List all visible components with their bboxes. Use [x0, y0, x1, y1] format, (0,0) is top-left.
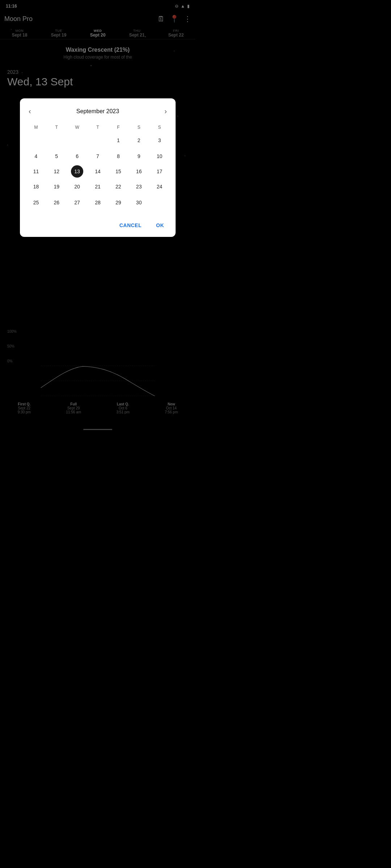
calendar-day-cell[interactable]: 1: [108, 132, 129, 149]
calendar-day-cell: [46, 132, 67, 149]
calendar-day-cell: [26, 132, 46, 149]
day-number[interactable]: 28: [92, 196, 104, 209]
calendar-day-cell[interactable]: 21: [88, 179, 108, 194]
weekday-t2: T: [88, 123, 108, 132]
weekday-m: M: [26, 123, 46, 132]
day-number[interactable]: 8: [112, 150, 125, 162]
calendar-day-cell[interactable]: 11: [26, 164, 46, 179]
calendar-day-cell[interactable]: 19: [46, 179, 67, 194]
calendar-day-cell[interactable]: 10: [149, 149, 170, 164]
calendar-day-cell[interactable]: 14: [88, 164, 108, 179]
calendar-day-cell[interactable]: 24: [149, 179, 170, 194]
day-number[interactable]: 30: [133, 196, 145, 209]
calendar-day-cell[interactable]: 13: [67, 164, 88, 179]
calendar-day-cell[interactable]: 25: [26, 194, 46, 211]
day-number[interactable]: 11: [30, 165, 42, 178]
day-number[interactable]: 22: [112, 180, 125, 193]
day-empty: [154, 196, 166, 208]
day-number[interactable]: 20: [71, 180, 83, 193]
calendar-day-cell[interactable]: 7: [88, 149, 108, 164]
day-number[interactable]: 5: [50, 150, 63, 162]
day-number[interactable]: 4: [30, 150, 42, 162]
day-empty: [30, 133, 42, 146]
calendar-header: ‹ September 2023 ›: [26, 106, 170, 117]
day-number[interactable]: 24: [154, 180, 166, 193]
weekday-w: W: [67, 123, 88, 132]
calendar-grid: M T W T F S S 12345678910111213141516171…: [26, 123, 170, 211]
calendar-week-row: 18192021222324: [26, 179, 170, 194]
calendar-day-cell[interactable]: 27: [67, 194, 88, 211]
calendar-day-cell: [149, 194, 170, 211]
calendar-day-cell[interactable]: 15: [108, 164, 129, 179]
calendar-day-cell[interactable]: 6: [67, 149, 88, 164]
prev-month-button[interactable]: ‹: [26, 106, 34, 117]
weekday-f: F: [108, 123, 129, 132]
calendar-day-cell[interactable]: 28: [88, 194, 108, 211]
day-number[interactable]: 7: [92, 150, 104, 162]
day-number[interactable]: 27: [71, 196, 83, 209]
calendar-day-cell[interactable]: 12: [46, 164, 67, 179]
day-number[interactable]: 26: [50, 196, 63, 209]
calendar-day-cell[interactable]: 17: [149, 164, 170, 179]
day-number[interactable]: 19: [50, 180, 63, 193]
day-number[interactable]: 29: [112, 196, 125, 209]
calendar-week-row: 45678910: [26, 149, 170, 164]
calendar-week-row: 252627282930: [26, 194, 170, 211]
day-number[interactable]: 16: [133, 165, 145, 178]
calendar-day-cell[interactable]: 4: [26, 149, 46, 164]
calendar-day-cell[interactable]: 9: [129, 149, 149, 164]
calendar-day-cell[interactable]: 23: [129, 179, 149, 194]
calendar-day-cell[interactable]: 8: [108, 149, 129, 164]
calendar-day-cell[interactable]: 20: [67, 179, 88, 194]
calendar-day-cell[interactable]: 16: [129, 164, 149, 179]
weekday-s2: S: [149, 123, 170, 132]
day-number[interactable]: 9: [133, 150, 145, 162]
day-number[interactable]: 6: [71, 150, 83, 162]
day-number[interactable]: 23: [133, 180, 145, 193]
calendar-day-cell[interactable]: 3: [149, 132, 170, 149]
day-empty: [50, 133, 63, 146]
day-number[interactable]: 15: [112, 165, 125, 178]
calendar-month-title: September 2023: [76, 108, 119, 115]
calendar-day-cell[interactable]: 2: [129, 132, 149, 149]
day-number[interactable]: 13: [71, 165, 83, 178]
calendar-day-cell[interactable]: 18: [26, 179, 46, 194]
day-empty: [71, 133, 83, 146]
calendar-day-cell: [88, 132, 108, 149]
day-number[interactable]: 3: [154, 134, 166, 146]
day-empty: [92, 133, 104, 146]
calendar-day-cell[interactable]: 26: [46, 194, 67, 211]
day-number[interactable]: 10: [154, 150, 166, 162]
day-number[interactable]: 2: [133, 134, 145, 146]
dialog-actions: CANCEL OK: [26, 220, 170, 231]
calendar-day-cell[interactable]: 30: [129, 194, 149, 211]
day-number[interactable]: 1: [112, 134, 125, 146]
day-number[interactable]: 14: [92, 165, 104, 178]
day-number[interactable]: 21: [92, 180, 104, 193]
calendar-day-cell[interactable]: 22: [108, 179, 129, 194]
day-number[interactable]: 17: [154, 165, 166, 178]
next-month-button[interactable]: ›: [161, 106, 170, 117]
ok-button[interactable]: OK: [150, 220, 170, 231]
calendar-day-cell: [67, 132, 88, 149]
date-picker-dialog: ‹ September 2023 › M T W T F S S 1234567…: [20, 98, 176, 237]
day-number[interactable]: 18: [30, 180, 42, 193]
calendar-day-cell[interactable]: 29: [108, 194, 129, 211]
weekday-t1: T: [46, 123, 67, 132]
cancel-button[interactable]: CANCEL: [114, 220, 147, 231]
weekday-header-row: M T W T F S S: [26, 123, 170, 132]
calendar-week-row: 11121314151617: [26, 164, 170, 179]
weekday-s1: S: [129, 123, 149, 132]
day-number[interactable]: 25: [30, 196, 42, 209]
calendar-week-row: 123: [26, 132, 170, 149]
day-number[interactable]: 12: [50, 165, 63, 178]
calendar-day-cell[interactable]: 5: [46, 149, 67, 164]
